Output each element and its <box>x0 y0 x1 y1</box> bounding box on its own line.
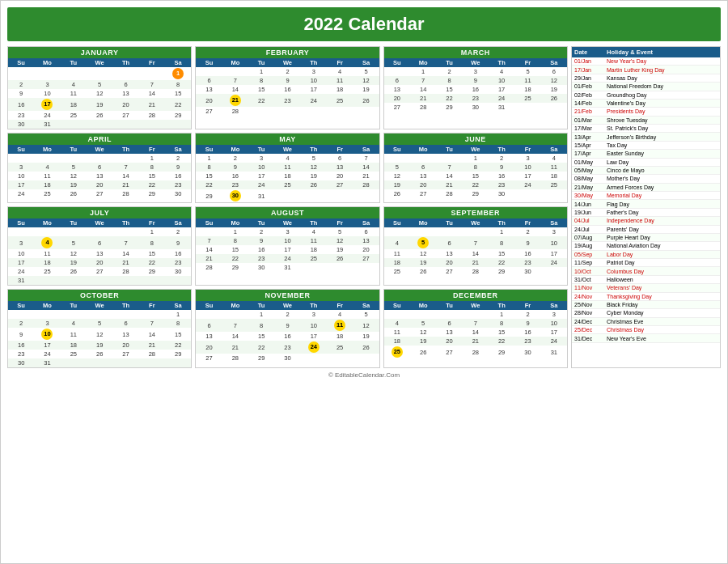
calendar-day: 22 <box>139 258 165 267</box>
calendar-day: 28 <box>222 354 248 363</box>
day-header: Fr <box>514 145 540 154</box>
day-header: Tu <box>61 301 87 310</box>
month-grid: SuMoTuWeThFrSa12345678910111213141516171… <box>8 58 191 129</box>
calendar-day: 1 <box>139 227 165 236</box>
calendar-day: 17 <box>274 245 300 254</box>
holiday-date: 11/Nov <box>574 285 607 290</box>
calendar-day <box>541 189 567 198</box>
calendar-day: 18 <box>61 98 87 111</box>
holiday-date: 31/Oct <box>574 277 607 282</box>
calendar-day <box>139 120 165 129</box>
holiday-date: 14/Feb <box>574 100 607 106</box>
calendar-day: 25 <box>384 346 410 358</box>
calendar-day: 2 <box>222 154 248 163</box>
holiday-date: 24/Dec <box>574 319 607 324</box>
calendar-day: 24 <box>514 180 540 189</box>
calendar-day: 23 <box>489 180 514 189</box>
holiday-date: 31/Dec <box>574 336 607 341</box>
calendar-day: 1 <box>489 227 514 236</box>
calendar-day: 16 <box>8 98 34 111</box>
list-item: 24/DecChristmas Eve <box>572 318 720 326</box>
calendar-day: 20 <box>436 337 462 346</box>
calendar-day <box>112 227 138 236</box>
holiday-name: New Year's Eve <box>607 336 717 341</box>
list-item: 11/NovVeterans' Day <box>572 284 720 292</box>
calendar-day: 10 <box>8 249 34 258</box>
month-june: JUNESuMoTuWeThFrSa1234567891011121314151… <box>383 133 568 203</box>
month-grid: SuMoTuWeThFrSa12345678910111213141516171… <box>384 218 567 276</box>
calendar-day: 19 <box>410 258 436 267</box>
month-grid: SuMoTuWeThFrSa12345678910111213141516171… <box>196 58 379 116</box>
day-header: Tu <box>248 218 274 227</box>
calendar-day <box>196 67 222 76</box>
calendar-day <box>112 120 138 129</box>
calendar-day: 23 <box>8 111 34 120</box>
calendar-day: 23 <box>222 180 248 189</box>
month-header: MARCH <box>384 47 567 58</box>
calendar-day: 21 <box>139 341 165 350</box>
calendar-day <box>384 227 410 236</box>
day-header: Sa <box>541 218 567 227</box>
calendar-day: 19 <box>61 258 87 267</box>
calendar-day <box>87 227 112 236</box>
holiday-name: Shrove Tuesday <box>607 117 717 123</box>
calendar-day: 18 <box>384 258 410 267</box>
calendar-day: 9 <box>514 319 540 328</box>
calendar-day: 6 <box>112 80 138 89</box>
calendar-day: 11 <box>34 249 60 258</box>
calendar-day: 6 <box>87 163 112 172</box>
calendar-day: 1 <box>410 67 436 76</box>
list-item: 28/NovCyber Monday <box>572 309 720 317</box>
holiday-name: Presidents Day <box>607 108 717 114</box>
calendar-day: 6 <box>353 227 379 236</box>
calendar-day <box>301 354 327 363</box>
calendar-day: 29 <box>165 111 191 120</box>
calendar-day: 18 <box>274 172 300 180</box>
calendar-day: 7 <box>436 163 462 172</box>
holiday-name: Parents' Day <box>607 227 717 232</box>
calendar-day: 25 <box>34 267 60 276</box>
day-header: We <box>274 218 300 227</box>
holiday-name: National Freedom Day <box>607 83 717 89</box>
day-header: Fr <box>514 58 540 67</box>
calendar-day <box>327 354 353 363</box>
calendar-day: 17 <box>8 258 34 267</box>
calendar-day <box>353 107 379 116</box>
day-header: Th <box>301 58 327 67</box>
calendar-day: 26 <box>353 341 379 354</box>
holiday-name: Groundhog Day <box>607 92 717 98</box>
day-header: Sa <box>353 301 379 310</box>
holiday-date: 17/Jan <box>574 67 607 73</box>
calendar-day: 20 <box>436 258 462 267</box>
calendar-day: 8 <box>139 236 165 249</box>
calendar-day: 29 <box>489 267 514 276</box>
calendar-day: 27 <box>410 189 436 198</box>
calendar-day: 16 <box>274 85 300 94</box>
list-item: 31/DecNew Year's Eve <box>572 334 720 342</box>
calendar-day: 8 <box>222 236 248 245</box>
calendar-day: 13 <box>87 249 112 258</box>
calendar-day: 29 <box>196 189 222 202</box>
day-header: Sa <box>541 58 567 67</box>
calendar-day: 23 <box>463 94 489 103</box>
list-item: 19/JunFather's Day <box>572 209 720 217</box>
list-item: 10/OctColumbus Day <box>572 267 720 275</box>
day-header: Th <box>489 58 514 67</box>
calendar-day: 16 <box>514 249 540 258</box>
calendar-day: 7 <box>112 236 138 249</box>
day-header: We <box>274 58 300 67</box>
calendar-day <box>541 103 567 112</box>
calendar-day: 8 <box>436 76 462 85</box>
calendar-day: 18 <box>34 258 60 267</box>
calendar-day: 4 <box>541 154 567 163</box>
calendar-day: 11 <box>274 163 300 172</box>
holiday-date: 04/Jul <box>574 218 607 223</box>
day-header: Sa <box>165 301 191 310</box>
calendar-day: 29 <box>436 103 462 112</box>
calendar-day: 13 <box>112 89 138 98</box>
calendar-day: 19 <box>353 332 379 341</box>
calendar-day: 9 <box>514 236 540 249</box>
calendar-day: 2 <box>436 67 462 76</box>
calendar-day: 17 <box>34 98 60 111</box>
calendar-day: 6 <box>196 319 222 332</box>
